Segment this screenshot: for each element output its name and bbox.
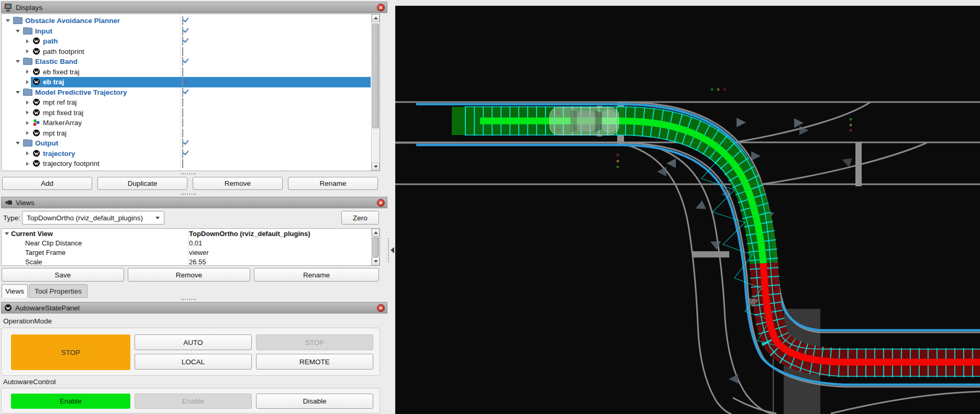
operation-mode-remote-button[interactable]: REMOTE [256,354,373,370]
splitter-handle[interactable] [181,173,196,174]
view-type-combobox[interactable]: TopDownOrtho (rviz_default_plugins) [22,211,164,225]
expand-arrow-icon[interactable] [15,60,20,63]
scroll-down-icon[interactable] [372,163,380,171]
add-display-button[interactable]: Add [2,177,92,190]
operation-mode-local-button[interactable]: LOCAL [135,354,252,370]
visibility-checkbox[interactable] [182,27,183,36]
splitter-handle[interactable] [181,299,196,300]
autoware-control-label: AutowareControl [3,378,56,386]
tree-scrollbar[interactable] [371,14,380,171]
expand-arrow-icon[interactable] [15,30,20,32]
property-row-current-view[interactable]: Current View TopDownOrtho (rviz_default_… [2,229,380,238]
tree-scrollbar-thumb[interactable] [372,24,379,128]
expand-arrow-icon[interactable] [25,151,30,155]
visibility-checkbox[interactable] [182,77,183,86]
tree-row-eb-traj-selected[interactable]: eb traj [2,77,371,87]
tree-row-path-footprint[interactable]: path footprint [2,47,371,57]
expand-arrow-icon[interactable] [25,162,30,166]
views-icon [4,199,13,206]
autoware-control-disable-button[interactable]: Disable [256,394,373,409]
views-close-button[interactable]: ✕ [377,199,385,207]
displays-panel-header[interactable]: Displays ✕ [1,2,387,13]
expand-arrow-icon[interactable] [15,142,20,144]
save-view-button[interactable]: Save [2,268,124,282]
visibility-checkbox[interactable] [182,57,183,66]
tab-tool-properties[interactable]: Tool Properties [29,284,87,298]
property-row-near-clip[interactable]: Near Clip Distance 0.01 [2,238,380,248]
tree-row-mpt-fixed-traj[interactable]: mpt fixed traj [2,108,371,118]
expand-arrow-icon[interactable] [25,49,30,53]
property-row-target-frame[interactable]: Target Frame viewer [2,248,380,257]
visibility-checkbox[interactable] [182,159,183,168]
autoware-panel-close-button[interactable]: ✕ [377,304,385,312]
tree-row-marker-array[interactable]: MarkerArray [2,118,371,128]
rviz-window: Displays ✕ Obstacle Avoidance Planner In… [0,0,980,414]
views-panel-header[interactable]: Views ✕ [1,197,387,208]
tree-row-elastic-band[interactable]: Elastic Band [2,57,371,67]
expand-arrow-icon[interactable] [25,70,30,74]
remove-display-button[interactable]: Remove [193,177,283,190]
duplicate-display-button[interactable]: Duplicate [97,177,187,190]
visibility-checkbox[interactable] [182,149,183,158]
tree-row-obstacle-avoidance-planner[interactable]: Obstacle Avoidance Planner [2,16,371,26]
displays-tree[interactable]: Obstacle Avoidance Planner Input path pa… [1,14,380,171]
visibility-checkbox[interactable] [182,129,183,138]
splitter-handle[interactable] [181,194,196,195]
collapse-arrow-icon[interactable] [5,232,9,235]
scroll-down-icon[interactable] [372,258,380,265]
property-row-scale[interactable]: Scale 26.55 [2,257,380,266]
autoware-state-panel-header[interactable]: AutowareStatePanel ✕ [1,302,387,314]
operation-mode-group: STOP AUTO STOP LOCAL REMOTE [1,328,380,376]
expand-arrow-icon[interactable] [15,91,20,94]
collapse-panel-icon[interactable] [391,247,394,253]
tree-row-input[interactable]: Input [2,26,371,37]
scroll-up-icon[interactable] [372,14,380,22]
expand-arrow-icon[interactable] [25,110,30,115]
displays-panel-title: Displays [16,4,42,12]
visibility-checkbox[interactable] [182,98,183,107]
visibility-checkbox[interactable] [182,47,183,56]
render-view[interactable] [395,0,980,414]
operation-mode-label: OperationMode [3,317,52,325]
tree-row-trajectory[interactable]: trajectory [2,149,371,159]
expand-arrow-icon[interactable] [25,121,30,125]
visibility-checkbox[interactable] [182,108,183,117]
visibility-checkbox[interactable] [182,139,183,148]
autoware-state-panel-title: AutowareStatePanel [15,304,80,312]
tree-row-mpt-traj[interactable]: mpt traj [2,128,371,139]
rename-view-button[interactable]: Rename [254,268,379,282]
operation-mode-auto-button[interactable]: AUTO [135,334,252,350]
expand-arrow-icon[interactable] [25,100,30,105]
tree-row-output[interactable]: Output [2,138,371,149]
visibility-checkbox[interactable] [182,37,183,46]
operation-mode-stop-active-button[interactable]: STOP [11,334,130,370]
expand-arrow-icon[interactable] [25,39,30,43]
visibility-checkbox[interactable] [182,16,183,25]
autoware-display-icon [32,68,40,76]
rename-display-button[interactable]: Rename [288,177,378,190]
tree-row-eb-fixed-traj[interactable]: eb fixed traj [2,67,371,77]
expand-arrow-icon[interactable] [25,80,30,84]
visibility-checkbox[interactable] [182,68,183,76]
remove-view-button[interactable]: Remove [128,268,250,282]
autoware-control-enable-active-button[interactable]: Enable [11,394,130,409]
tree-row-trajectory-footprint[interactable]: trajectory footprint [2,159,371,169]
expand-arrow-icon[interactable] [25,131,30,135]
displays-close-button[interactable]: ✕ [377,4,385,12]
tree-row-mpt-ref-traj[interactable]: mpt ref traj [2,97,371,108]
tab-views[interactable]: Views [2,284,28,298]
tree-row-model-predictive-trajectory[interactable]: Model Predictive Trajectory [2,87,371,98]
view-table-scrollbar[interactable] [371,229,380,265]
current-view-properties[interactable]: Current View TopDownOrtho (rviz_default_… [1,228,380,266]
visibility-checkbox[interactable] [182,88,183,97]
view-scrollbar-thumb[interactable] [372,237,379,257]
tree-row-path[interactable]: path [2,36,371,47]
autoware-display-icon [32,109,40,117]
expand-arrow-icon[interactable] [5,19,10,22]
scroll-up-icon[interactable] [372,229,380,237]
zero-button[interactable]: Zero [341,211,379,225]
autoware-display-icon [32,160,40,167]
panel-splitter[interactable] [388,238,389,262]
folder-icon [13,17,23,24]
visibility-checkbox[interactable] [182,118,183,127]
